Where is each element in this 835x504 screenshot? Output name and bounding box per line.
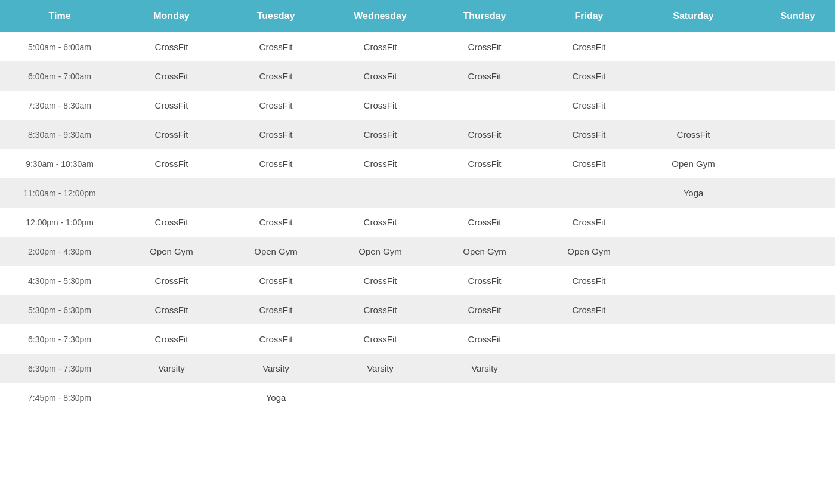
- cell-wednesday: CrossFit: [328, 32, 432, 61]
- cell-wednesday: [328, 383, 432, 412]
- cell-sunday: [746, 61, 835, 91]
- cell-wednesday: CrossFit: [328, 295, 432, 324]
- cell-sunday: [746, 237, 835, 266]
- cell-time: 11:00am - 12:00pm: [0, 178, 119, 208]
- cell-friday: [537, 383, 641, 412]
- cell-thursday: CrossFit: [432, 208, 537, 237]
- cell-friday: CrossFit: [537, 91, 641, 120]
- header-time: Time: [0, 0, 119, 32]
- cell-monday: CrossFit: [119, 266, 224, 295]
- cell-time: 12:00pm - 1:00pm: [0, 208, 119, 237]
- cell-thursday: CrossFit: [432, 295, 537, 324]
- cell-thursday: CrossFit: [432, 149, 537, 178]
- cell-wednesday: [328, 178, 432, 208]
- cell-wednesday: CrossFit: [328, 61, 432, 91]
- cell-thursday: CrossFit: [432, 120, 537, 149]
- cell-monday: CrossFit: [119, 120, 224, 149]
- cell-thursday: CrossFit: [432, 61, 537, 91]
- cell-saturday: [641, 237, 746, 266]
- cell-saturday: [641, 324, 746, 354]
- table-row: 2:00pm - 4:30pmOpen GymOpen GymOpen GymO…: [0, 237, 835, 266]
- cell-monday: CrossFit: [119, 208, 224, 237]
- cell-sunday: [746, 120, 835, 149]
- cell-wednesday: CrossFit: [328, 208, 432, 237]
- table-row: 6:00am - 7:00amCrossFitCrossFitCrossFitC…: [0, 61, 835, 91]
- cell-time: 6:30pm - 7:30pm: [0, 324, 119, 354]
- cell-tuesday: CrossFit: [224, 295, 328, 324]
- cell-tuesday: Varsity: [224, 354, 328, 383]
- cell-wednesday: CrossFit: [328, 266, 432, 295]
- cell-tuesday: CrossFit: [224, 149, 328, 178]
- table-row: 5:30pm - 6:30pmCrossFitCrossFitCrossFitC…: [0, 295, 835, 324]
- cell-wednesday: CrossFit: [328, 120, 432, 149]
- cell-time: 5:00am - 6:00am: [0, 32, 119, 61]
- cell-monday: CrossFit: [119, 61, 224, 91]
- cell-time: 5:30pm - 6:30pm: [0, 295, 119, 324]
- cell-friday: CrossFit: [537, 208, 641, 237]
- cell-tuesday: Yoga: [224, 383, 328, 412]
- cell-monday: CrossFit: [119, 324, 224, 354]
- header-saturday: Saturday: [641, 0, 746, 32]
- cell-friday: CrossFit: [537, 32, 641, 61]
- cell-time: 7:45pm - 8:30pm: [0, 383, 119, 412]
- cell-friday: CrossFit: [537, 295, 641, 324]
- header-monday: Monday: [119, 0, 224, 32]
- cell-saturday: [641, 61, 746, 91]
- cell-friday: CrossFit: [537, 61, 641, 91]
- cell-wednesday: Open Gym: [328, 237, 432, 266]
- table-row: 4:30pm - 5:30pmCrossFitCrossFitCrossFitC…: [0, 266, 835, 295]
- table-row: 11:00am - 12:00pmYoga: [0, 178, 835, 208]
- cell-sunday: [746, 32, 835, 61]
- cell-sunday: [746, 354, 835, 383]
- cell-saturday: [641, 91, 746, 120]
- cell-monday: CrossFit: [119, 91, 224, 120]
- cell-saturday: CrossFit: [641, 120, 746, 149]
- table-row: 7:30am - 8:30amCrossFitCrossFitCrossFitC…: [0, 91, 835, 120]
- header-sunday: Sunday: [746, 0, 835, 32]
- cell-sunday: [746, 178, 835, 208]
- cell-saturday: [641, 295, 746, 324]
- cell-saturday: [641, 266, 746, 295]
- table-row: 6:30pm - 7:30pmVarsityVarsityVarsityVars…: [0, 354, 835, 383]
- cell-thursday: CrossFit: [432, 324, 537, 354]
- table-row: 12:00pm - 1:00pmCrossFitCrossFitCrossFit…: [0, 208, 835, 237]
- table-row: 6:30pm - 7:30pmCrossFitCrossFitCrossFitC…: [0, 324, 835, 354]
- cell-time: 4:30pm - 5:30pm: [0, 266, 119, 295]
- table-row: 9:30am - 10:30amCrossFitCrossFitCrossFit…: [0, 149, 835, 178]
- cell-wednesday: CrossFit: [328, 324, 432, 354]
- cell-thursday: [432, 91, 537, 120]
- cell-sunday: [746, 266, 835, 295]
- cell-saturday: [641, 208, 746, 237]
- cell-friday: [537, 178, 641, 208]
- table-row: 7:45pm - 8:30pmYoga: [0, 383, 835, 412]
- cell-monday: Varsity: [119, 354, 224, 383]
- cell-sunday: [746, 91, 835, 120]
- cell-friday: [537, 354, 641, 383]
- cell-tuesday: CrossFit: [224, 32, 328, 61]
- cell-sunday: [746, 383, 835, 412]
- cell-friday: CrossFit: [537, 266, 641, 295]
- cell-saturday: Open Gym: [641, 149, 746, 178]
- cell-tuesday: CrossFit: [224, 324, 328, 354]
- header-row: Time Monday Tuesday Wednesday Thursday F…: [0, 0, 835, 32]
- cell-tuesday: Open Gym: [224, 237, 328, 266]
- cell-time: 8:30am - 9:30am: [0, 120, 119, 149]
- cell-thursday: Varsity: [432, 354, 537, 383]
- cell-tuesday: CrossFit: [224, 208, 328, 237]
- cell-saturday: [641, 32, 746, 61]
- cell-sunday: [746, 295, 835, 324]
- cell-thursday: CrossFit: [432, 266, 537, 295]
- cell-wednesday: CrossFit: [328, 91, 432, 120]
- cell-time: 9:30am - 10:30am: [0, 149, 119, 178]
- cell-tuesday: CrossFit: [224, 120, 328, 149]
- cell-monday: CrossFit: [119, 32, 224, 61]
- cell-tuesday: [224, 178, 328, 208]
- cell-sunday: [746, 208, 835, 237]
- header-tuesday: Tuesday: [224, 0, 328, 32]
- table-row: 8:30am - 9:30amCrossFitCrossFitCrossFitC…: [0, 120, 835, 149]
- cell-tuesday: CrossFit: [224, 91, 328, 120]
- header-thursday: Thursday: [432, 0, 537, 32]
- cell-thursday: [432, 178, 537, 208]
- cell-sunday: [746, 324, 835, 354]
- cell-monday: CrossFit: [119, 295, 224, 324]
